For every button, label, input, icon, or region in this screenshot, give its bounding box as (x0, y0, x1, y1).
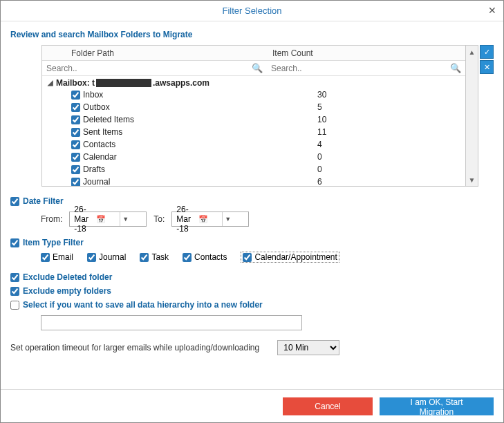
cancel-button[interactable]: Cancel (283, 397, 373, 415)
calendar-icon[interactable]: 📅 (96, 215, 118, 224)
close-icon[interactable]: ✕ (487, 5, 498, 16)
redacted-text (96, 79, 151, 87)
search-icon[interactable]: 🔍 (252, 63, 263, 73)
content-area: Review and search Mailbox Folders to Mig… (1, 21, 503, 389)
folder-checkbox[interactable] (71, 128, 80, 137)
check-all-button[interactable]: ✓ (480, 45, 494, 59)
mailbox-label: Mailbox: t.awsapps.com (56, 77, 209, 88)
chevron-down-icon[interactable]: ▼ (120, 212, 144, 226)
type-calendar: Calendar/Appointment (241, 252, 339, 263)
vertical-scrollbar[interactable]: ▲ ▼ (466, 45, 478, 187)
scroll-down-icon[interactable]: ▼ (466, 173, 478, 186)
item-type-filter-row: Item Type Filter (10, 238, 494, 247)
filter-selection-window: Filter Selection ✕ Review and search Mai… (0, 0, 504, 423)
folder-checkbox[interactable] (71, 178, 80, 187)
to-date-value: 26-Mar -18 (176, 205, 198, 234)
folder-grid-area: Folder Path Item Count 🔍 🔍 ◢ (41, 45, 494, 187)
type-journal: Journal (87, 252, 126, 262)
folder-count: 0 (317, 164, 322, 174)
exclude-empty-label: Exclude empty folders (23, 286, 111, 296)
from-label: From: (41, 214, 62, 224)
folder-row[interactable]: Outbox5 (42, 101, 465, 113)
type-email: Email (41, 252, 73, 262)
timeout-label: Set operation timeout for larger emails … (10, 343, 259, 352)
type-journal-checkbox[interactable] (87, 253, 96, 262)
folder-count: 10 (317, 115, 326, 124)
search-folder-input[interactable] (42, 62, 267, 75)
grid-search-row: 🔍 🔍 (42, 61, 465, 76)
folder-row[interactable]: Journal6 (42, 176, 465, 186)
calendar-icon[interactable]: 📅 (198, 215, 221, 224)
date-filter-label: Date Filter (23, 196, 64, 206)
folder-row[interactable]: Calendar0 (42, 151, 465, 163)
type-task-checkbox[interactable] (140, 253, 149, 262)
scroll-up-icon[interactable]: ▲ (466, 46, 478, 58)
folder-checkbox[interactable] (71, 115, 80, 124)
folder-count: 30 (317, 90, 326, 100)
date-filter-checkbox[interactable] (10, 197, 19, 206)
type-contacts: Contacts (183, 252, 227, 262)
folder-count: 11 (317, 127, 326, 137)
grid-header: Folder Path Item Count (42, 46, 465, 61)
col-folder-path[interactable]: Folder Path (42, 46, 267, 60)
timeout-select[interactable]: 10 Min (277, 340, 339, 355)
to-date-input[interactable]: 26-Mar -18 📅 ▼ (171, 212, 249, 227)
window-title: Filter Selection (223, 6, 282, 16)
filters-area: Date Filter From: 26-Mar -18 📅 ▼ To: 26-… (10, 194, 494, 369)
exclude-deleted-row: Exclude Deleted folder (10, 272, 494, 282)
new-folder-input[interactable] (41, 315, 302, 330)
save-hierarchy-checkbox[interactable] (10, 301, 19, 310)
to-label: To: (153, 214, 165, 224)
type-email-checkbox[interactable] (41, 253, 50, 262)
folder-checkbox[interactable] (71, 153, 80, 162)
start-migration-button[interactable]: I am OK, Start Migration (380, 397, 494, 415)
folder-checkbox[interactable] (71, 140, 80, 149)
timeout-row: Set operation timeout for larger emails … (10, 340, 494, 355)
type-task: Task (140, 252, 169, 262)
scroll-track[interactable] (466, 58, 478, 173)
folder-checkbox[interactable] (71, 91, 80, 100)
exclude-empty-checkbox[interactable] (10, 287, 19, 296)
date-range-row: From: 26-Mar -18 📅 ▼ To: 26-Mar -18 📅 ▼ (41, 212, 494, 227)
folder-checkbox[interactable] (71, 103, 80, 112)
folder-name: Inbox (83, 90, 103, 100)
from-date-value: 26-Mar -18 (74, 205, 96, 234)
col-item-count[interactable]: Item Count (267, 46, 465, 60)
save-hierarchy-label: Select if you want to save all data hier… (23, 300, 263, 310)
review-heading: Review and search Mailbox Folders to Mig… (10, 30, 494, 39)
side-buttons: ✓ ✕ (480, 45, 494, 187)
folder-grid: Folder Path Item Count 🔍 🔍 ◢ (41, 45, 466, 187)
folder-name: Deleted Items (83, 115, 134, 124)
folder-count: 4 (317, 140, 322, 149)
folder-checkbox[interactable] (71, 165, 80, 174)
search-count-cell: 🔍 (267, 61, 465, 75)
folder-name: Journal (83, 177, 110, 186)
folder-row[interactable]: Contacts4 (42, 138, 465, 151)
folder-count: 5 (317, 102, 322, 112)
folder-count: 0 (317, 152, 322, 162)
folder-row[interactable]: Deleted Items10 (42, 113, 465, 126)
item-type-options: Email Journal Task Contacts Calendar/App… (41, 252, 494, 263)
exclude-deleted-checkbox[interactable] (10, 273, 19, 282)
type-calendar-checkbox[interactable] (243, 253, 252, 262)
search-count-input[interactable] (267, 62, 465, 75)
exclude-empty-row: Exclude empty folders (10, 286, 494, 296)
folder-name: Contacts (83, 140, 115, 149)
from-date-input[interactable]: 26-Mar -18 📅 ▼ (69, 212, 147, 227)
new-folder-row (41, 315, 494, 330)
chevron-down-icon[interactable]: ▼ (222, 212, 247, 226)
footer: Cancel I am OK, Start Migration (1, 389, 503, 422)
search-icon[interactable]: 🔍 (450, 63, 461, 73)
uncheck-all-button[interactable]: ✕ (480, 60, 494, 74)
item-type-filter-label: Item Type Filter (23, 238, 84, 247)
folder-row[interactable]: Inbox30 (42, 88, 465, 101)
collapse-icon[interactable]: ◢ (48, 79, 56, 86)
folder-name: Outbox (83, 102, 110, 112)
type-contacts-checkbox[interactable] (183, 253, 192, 262)
mailbox-root-row[interactable]: ◢ Mailbox: t.awsapps.com (42, 76, 465, 88)
folder-count: 6 (317, 177, 322, 186)
folder-row[interactable]: Sent Items11 (42, 126, 465, 138)
exclude-deleted-label: Exclude Deleted folder (23, 272, 112, 282)
folder-row[interactable]: Drafts0 (42, 163, 465, 176)
item-type-filter-checkbox[interactable] (10, 238, 19, 247)
